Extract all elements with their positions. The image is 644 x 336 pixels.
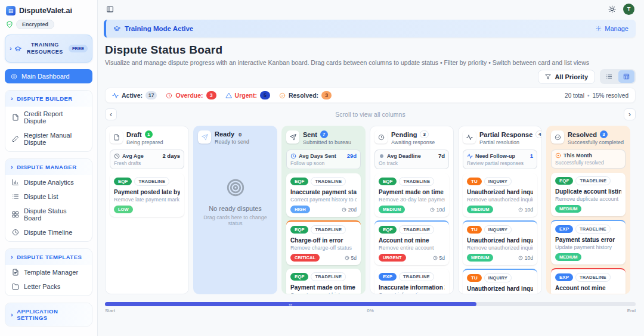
bureau-badge: EQF [290,273,308,281]
scroll-left-button[interactable]: ‹ [105,108,117,120]
dispute-card-payment-made-on-time[interactable]: EQF TRADELINE Payment made on time Remov… [374,173,449,217]
sidebar-section-header-application-settings[interactable]: › APPLICATION SETTINGS [5,303,92,326]
column-description: Awaiting response [391,139,435,145]
dispute-card-charge-off-in-error[interactable]: EQF TRADELINE Charge-off in error Remove… [286,220,361,265]
dispute-card-payment-posted-late-by-creditor[interactable]: EQF TRADELINE Payment posted late by cre… [110,173,184,217]
dispute-card-inaccurate-payment-status[interactable]: EQF TRADELINE Inaccurate payment status … [286,173,361,217]
sidebar-item-label: Credit Report Dispute [24,110,85,125]
dispute-card-payment-made-on-time[interactable]: EQF TRADELINE Payment made on time Corre… [286,269,361,294]
list-view-button[interactable] [601,70,617,83]
stat-urgent: Urgent: 5 [225,91,270,99]
card-subtitle: Remove late payment mark [114,197,180,203]
column-count-badge: 0 [239,131,242,138]
theme-toggle-sun-icon[interactable] [608,5,616,13]
sidebar-item-credit-report-dispute[interactable]: Credit Report Dispute [5,107,92,128]
manage-button[interactable]: Manage [596,25,628,32]
scroll-start-label: Start [105,308,115,313]
column-title: Partial Response [479,131,532,138]
dispute-card-payment-status-error[interactable]: EXP TRADELINE Payment status error Updat… [551,220,626,265]
app-logo-icon: ▤ [6,6,16,15]
bureau-badge: EXP [555,225,573,233]
sidebar-section-header-dispute-builder[interactable]: › DISPUTE BUILDER [5,91,92,107]
chevron-right-icon: › [10,45,12,52]
sidebar-item-dispute-list[interactable]: Dispute List [5,189,92,204]
card-title: Unauthorized hard inquiry [467,285,533,292]
dispute-card-duplicate-account-listing[interactable]: EQF TRADELINE Duplicate account listing … [551,173,626,216]
column-icon-box [286,130,299,144]
sidebar-item-register-manual-dispute[interactable]: Register Manual Dispute [5,128,92,150]
main-dashboard-button[interactable]: Main Dashboard [5,69,92,83]
card-title: Charge-off in error [290,237,357,244]
card-age: 10d [430,207,445,213]
checkCircle-icon [279,92,286,99]
sidebar-section-dispute-manager: › DISPUTE MANAGER Dispute Analytics Disp… [5,158,92,242]
dispute-card-account-not-mine[interactable]: EQF TRADELINE Account not mine Remove en… [374,220,449,265]
column-title: Resolved [568,131,597,138]
card-title: Account not mine [379,237,445,244]
dispute-card-unauthorized-hard-inquiry[interactable]: TU INQUIRY Unauthorized hard inquiry Rem… [463,220,537,265]
card-title: Duplicate account listing [555,188,621,195]
empty-drop-zone[interactable]: No ready disputes Drag cards here to cha… [198,178,273,226]
column-count-badge: 3 [600,130,608,138]
column-title: Ready [215,130,234,138]
graduation-cap-icon [14,45,21,52]
folder-icon [12,283,19,290]
page-title: Dispute Status Board [105,43,636,57]
column-stat: Avg Deadline7d On track [374,150,449,169]
dispute-card-account-not-mine[interactable]: EXP TRADELINE Account not mine Remove ac… [551,268,626,294]
stat-label: Active: [122,92,143,99]
stat-count-badge: 17 [145,91,157,99]
column-description: Being prepared [126,139,163,145]
sidebar-section-dispute-templates: › DISPUTE TEMPLATES Template Manager Let… [5,248,92,296]
sidebar-toggle-icon[interactable] [106,5,114,13]
column-header: Ready0 Ready to send [198,130,273,145]
kanban-column-pending: Pending3 Awaiting response Avg Deadline7… [370,126,454,294]
stat-overdue: Overdue: 3 [166,91,216,99]
dispute-card-unauthorized-hard-inquiry[interactable]: TU INQUIRY Unauthorized hard inquiry Rem… [463,173,537,217]
card-subtitle: Remove 30-day late payment mark [379,197,445,203]
card-title: Payment made on time [290,284,357,291]
column-stat-label: Avg Age [122,153,144,159]
training-resources-label: TRAINING RESOURCES [24,42,66,55]
scrollbar-thumb[interactable]: ◂▸ [105,302,476,306]
sidebar-item-dispute-status-board[interactable]: Dispute Status Board [5,204,92,225]
stat-label: Resolved: [289,92,318,99]
chevron-right-icon: › [11,312,13,318]
sidebar-section-header-dispute-templates[interactable]: › DISPUTE TEMPLATES [5,249,92,265]
user-avatar[interactable]: T [623,4,634,15]
sidebar-section-label: DISPUTE MANAGER [17,164,76,170]
bureau-badge: EQF [114,178,132,185]
card-title: Inaccurate information 2 [379,284,445,291]
card-age: 5d [345,255,357,261]
sidebar-section-header-dispute-manager[interactable]: › DISPUTE MANAGER [5,159,92,175]
sidebar-item-dispute-timeline[interactable]: Dispute Timeline [5,225,92,239]
stat-count-badge: 3 [206,91,216,99]
dispute-type-badge: TRADELINE [399,225,434,234]
kanban-view-button[interactable] [618,70,634,83]
clock-icon [430,207,435,212]
dispute-card-inaccurate-information-2[interactable]: EXP TRADELINE Inaccurate information 2 C… [374,269,449,294]
training-mode-banner: Training Mode Active Manage [104,20,636,38]
card-subtitle: Correct information [379,292,445,294]
column-title: Sent [303,131,317,138]
resolved-percent: 15% resolved [592,92,628,99]
priority-badge: MEDIUM [555,253,581,261]
priority-filter-button[interactable]: All Priority [538,70,595,84]
sidebar-item-dispute-analytics[interactable]: Dispute Analytics [5,175,92,189]
column-stat-sub: Review partial responses [467,160,533,166]
sidebar-item-template-manager[interactable]: Template Manager [5,265,92,279]
scroll-end-label: End [627,308,636,313]
priority-badge: CRITICAL [290,254,320,262]
dispute-card-unauthorized-hard-inquiry[interactable]: TU INQUIRY Unauthorized hard inquiry Rem… [463,269,537,294]
card-subtitle: Correct payment history [290,292,357,294]
sidebar-section-label: DISPUTE TEMPLATES [17,254,82,260]
stat-count-badge: 5 [260,91,270,99]
dispute-type-badge: TRADELINE [575,273,611,282]
scroll-right-button[interactable]: › [624,108,636,120]
list-icon [12,193,19,200]
sidebar-item-letter-packs[interactable]: Letter Packs [5,279,92,294]
dispute-type-badge: TRADELINE [575,176,611,185]
scrollbar-track[interactable]: ◂▸ [105,302,636,306]
column-stat-label: This Month [564,153,592,158]
training-resources-card[interactable]: › TRAINING RESOURCES FREE [5,35,92,63]
